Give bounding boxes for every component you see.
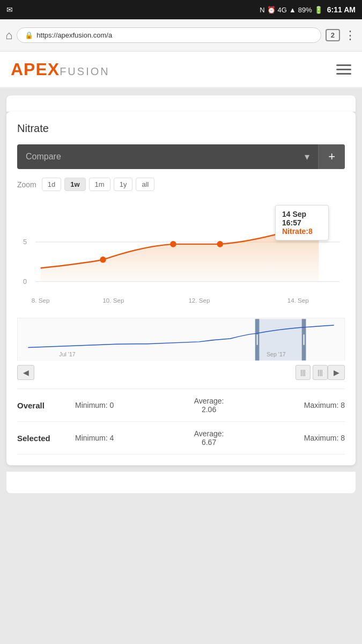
alarm-icon: ⏰ [267, 6, 276, 14]
tooltip-value-label: Nitrate: [282, 227, 308, 236]
selected-min: Minimum: 4 [75, 434, 114, 442]
overall-max: Maximum: 8 [304, 401, 345, 409]
compare-plus-button[interactable]: + [318, 144, 345, 169]
bottom-card-spacer [6, 472, 356, 493]
zoom-label: Zoom [17, 180, 36, 189]
main-chart: 14 Sep 16:57 Nitrate:8 5 0 [17, 200, 345, 318]
compare-arrow-icon: ▾ [305, 151, 309, 163]
menu-line-2 [336, 69, 351, 70]
zoom-bar: Zoom 1d 1w 1m 1y all [17, 178, 345, 191]
mini-chart: Jul '17 Sep '17 [17, 318, 345, 361]
tooltip-date: 14 Sep [282, 210, 322, 218]
svg-text:Sep '17: Sep '17 [267, 351, 286, 357]
browser-menu-icon[interactable]: ⋮ [344, 28, 357, 42]
menu-line-3 [336, 73, 351, 75]
nav-left-arrow[interactable]: ◀ [17, 365, 34, 380]
overall-min: Minimum: 0 [75, 401, 114, 409]
card-title: Nitrate [17, 122, 345, 135]
clock-time: 6:11 AM [327, 5, 356, 14]
nav-controls: ◀ ||| ||| ▶ [17, 365, 345, 380]
tooltip-value-number: 8 [308, 227, 313, 236]
overall-label: Overall [17, 401, 71, 410]
browser-bar: ⌂ 🔒 https://apexfusion.com/a 2 ⋮ [0, 19, 362, 52]
tooltip-time: 16:57 [282, 218, 322, 227]
hamburger-menu[interactable] [336, 64, 351, 75]
nav-handle-2[interactable]: ||| [313, 365, 328, 380]
main-card: Nitrate Compare ▾ + Zoom 1d 1w 1m 1y all… [6, 112, 356, 465]
svg-point-5 [170, 241, 176, 247]
app-header: APEXFUSION [0, 52, 362, 88]
svg-text:12. Sep: 12. Sep [188, 297, 210, 304]
svg-text:14. Sep: 14. Sep [287, 297, 309, 304]
tab-count[interactable]: 2 [326, 29, 340, 41]
zoom-1m-button[interactable]: 1m [89, 178, 110, 191]
apex-logo-text: APEX [11, 60, 60, 79]
chart-tooltip: 14 Sep 16:57 Nitrate:8 [275, 205, 329, 240]
status-bar: ✉ N ⏰ 4G ▲ 89% 🔋 6:11 AM [0, 0, 362, 19]
overall-avg: Average: 2.06 [194, 397, 224, 414]
svg-point-6 [217, 241, 223, 247]
zoom-1d-button[interactable]: 1d [42, 178, 61, 191]
compare-dropdown[interactable]: Compare ▾ [17, 144, 318, 169]
url-bar[interactable]: 🔒 https://apexfusion.com/a [17, 27, 321, 43]
svg-text:5: 5 [23, 238, 27, 246]
svg-text:0: 0 [23, 278, 27, 286]
home-icon[interactable]: ⌂ [5, 28, 12, 42]
zoom-1w-button[interactable]: 1w [64, 178, 85, 191]
apex-logo: APEXFUSION [11, 60, 110, 79]
mini-chart-svg: Jul '17 Sep '17 [18, 318, 344, 361]
overall-avg-value: 2.06 [194, 405, 224, 414]
fusion-logo-text: FUSION [60, 65, 110, 77]
url-text: https://apexfusion.com/a [36, 31, 112, 39]
compare-label: Compare [26, 152, 61, 162]
signal-bars: ▲ [289, 6, 296, 14]
nav-right-arrow[interactable]: ▶ [328, 365, 345, 380]
lock-icon: 🔒 [25, 31, 33, 39]
menu-line-1 [336, 64, 351, 66]
selected-max: Maximum: 8 [304, 434, 345, 442]
overall-avg-label: Average: [194, 397, 224, 405]
selected-avg-value: 6.67 [194, 438, 224, 447]
selected-label: Selected [17, 434, 71, 443]
svg-text:10. Sep: 10. Sep [102, 297, 124, 304]
selected-stats-data: Minimum: 4 Average: 6.67 Maximum: 8 [75, 429, 345, 447]
nav-handle-1[interactable]: ||| [295, 365, 311, 380]
battery-icon: 🔋 [314, 6, 323, 14]
nav-center: ||| ||| [34, 365, 328, 380]
svg-text:8. Sep: 8. Sep [32, 297, 50, 304]
compare-bar: Compare ▾ + [17, 144, 345, 169]
zoom-all-button[interactable]: all [136, 178, 154, 191]
nfc-icon: N [260, 6, 264, 14]
selected-avg-label: Average: [194, 429, 224, 438]
battery-text: 89% [298, 6, 312, 14]
lte-icon: 4G [278, 6, 287, 14]
svg-point-4 [100, 257, 106, 263]
tooltip-value: Nitrate:8 [282, 227, 322, 236]
overall-stats-row: Overall Minimum: 0 Average: 2.06 Maximum… [17, 389, 345, 422]
status-icons: N ⏰ 4G ▲ 89% 🔋 6:11 AM [260, 5, 356, 14]
selected-avg: Average: 6.67 [194, 429, 224, 447]
zoom-1y-button[interactable]: 1y [114, 178, 133, 191]
email-icon: ✉ [6, 5, 13, 14]
svg-text:Jul '17: Jul '17 [59, 351, 75, 357]
card-top-spacer [6, 96, 356, 112]
overall-stats-data: Minimum: 0 Average: 2.06 Maximum: 8 [75, 397, 345, 414]
stats-table: Overall Minimum: 0 Average: 2.06 Maximum… [17, 389, 345, 455]
selected-stats-row: Selected Minimum: 4 Average: 6.67 Maximu… [17, 422, 345, 455]
